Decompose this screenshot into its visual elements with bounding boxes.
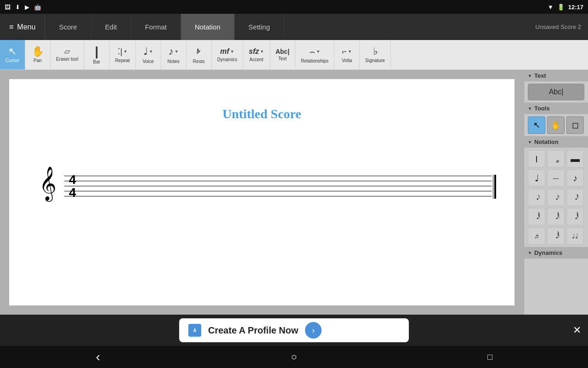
notes-tool-btn[interactable]: ♪ ▼ Notes	[161, 40, 187, 69]
cursor-panel-btn[interactable]: ↖	[528, 116, 545, 134]
volta-dropdown-arrow: ▼	[348, 49, 352, 54]
voice-icon: ♩	[143, 46, 148, 58]
tab-score[interactable]: Score	[45, 14, 91, 40]
status-bar-right: ▼ 🔋 12:17	[548, 4, 583, 11]
staff-lines	[64, 176, 492, 201]
pan-tool-btn[interactable]: ✋ Pan	[25, 40, 51, 69]
document-title: Unsaved Score 2	[535, 14, 588, 40]
notes-icon: ♪	[169, 46, 174, 58]
voice-icon-row: ♩ ▼	[143, 46, 153, 58]
n4-btn[interactable]: 𝅘𝅥𝅲	[528, 208, 545, 225]
text-section-header[interactable]: ▼ Text	[524, 70, 588, 81]
relationships-dropdown-arrow: ▼	[316, 49, 320, 54]
tools-grid: ↖ ✋ ◻	[524, 114, 588, 136]
repeat-tool-btn[interactable]: ⁚| ▼ Repeat	[109, 40, 136, 69]
tab-setting[interactable]: Setting	[235, 14, 284, 40]
repeat-label: Repeat	[115, 58, 130, 63]
bar-tool-btn[interactable]: | Bar	[84, 40, 109, 69]
whole-note-btn[interactable]: |	[528, 150, 545, 167]
pan-icon: ✋	[32, 46, 44, 57]
accent-tool-btn[interactable]: sfz ▼ Accent	[243, 40, 270, 69]
eraser-icon: ▱	[64, 48, 70, 55]
volta-icon: ⌐	[342, 47, 347, 57]
cursor-icon: ↖	[8, 46, 17, 57]
ad-action-button[interactable]: ›	[305, 322, 322, 339]
score-title: Untitled Score	[9, 107, 514, 121]
whole-rest-btn[interactable]: ▬	[566, 150, 584, 167]
text-label: Text	[278, 56, 287, 61]
wifi-icon: ▼	[548, 4, 554, 11]
bar-end-line	[494, 175, 496, 199]
score-canvas[interactable]: Untitled Score 𝄞 4 4	[0, 70, 524, 315]
notation-section-chevron: ▼	[528, 140, 532, 144]
rests-label: Rests	[193, 59, 205, 64]
gallery-icon: 🖼	[5, 4, 11, 11]
dynamics-tool-btn[interactable]: mf ▼ Dynamics	[212, 40, 243, 69]
text-insert-button[interactable]: Abc|	[528, 84, 584, 100]
notes-label: Notes	[168, 59, 180, 64]
n6-btn[interactable]: 𝅘𝅥𝅲	[566, 208, 584, 225]
n8-btn[interactable]: 𝅘𝅥𝅲	[547, 227, 565, 245]
eraser-label: Eraser tool	[56, 57, 78, 62]
dynamics-section-chevron: ▼	[528, 251, 532, 255]
dynamics-section-header[interactable]: ▼ Dynamics	[524, 247, 588, 259]
menu-button[interactable]: ≡ Menu	[0, 14, 45, 40]
eraser-panel-btn[interactable]: ◻	[566, 116, 584, 134]
menu-label: Menu	[17, 23, 35, 31]
accent-dropdown-arrow: ▼	[260, 49, 264, 54]
battery-icon: 🔋	[557, 4, 565, 11]
voice-tool-btn[interactable]: ♩ ▼ Voice	[136, 40, 161, 69]
android-icon: 🤖	[34, 4, 41, 11]
bar-icon: |	[95, 45, 98, 58]
tools-section-header[interactable]: ▼ Tools	[524, 103, 588, 114]
tab-edit[interactable]: Edit	[91, 14, 131, 40]
download-icon: ⬇	[15, 4, 20, 11]
notation-section-header[interactable]: ▼ Notation	[524, 136, 588, 148]
signature-icon: ♭	[373, 46, 378, 57]
rests-tool-btn[interactable]: 𝄽 ▼ Rests	[187, 40, 212, 69]
android-back-button[interactable]: ‹	[89, 348, 107, 366]
ad-close-button[interactable]: ✕	[573, 324, 581, 336]
android-recent-button[interactable]: □	[481, 348, 499, 366]
rests-dropdown-arrow: ▼	[197, 49, 201, 54]
notes-dropdown-arrow: ▼	[175, 49, 179, 54]
half-note-btn[interactable]: 𝅗	[547, 150, 565, 167]
bar-label: Bar	[93, 59, 101, 64]
eraser-tool-btn[interactable]: ▱ Eraser tool	[51, 40, 84, 69]
treble-clef: 𝄞	[39, 169, 57, 198]
n3-btn[interactable]: 𝅘𝅥𝅰	[566, 189, 584, 206]
dynamics-section-label: Dynamics	[534, 249, 562, 256]
hamburger-icon: ≡	[9, 23, 13, 31]
staff-line-1	[64, 176, 492, 176]
tab-format[interactable]: Format	[131, 14, 181, 40]
volta-tool-btn[interactable]: ⌐ ▼ Volta	[334, 40, 360, 69]
relationships-tool-btn[interactable]: ⌢ ▼ Relationships	[295, 40, 334, 69]
cursor-tool-btn[interactable]: ↖ Cursor	[0, 40, 25, 69]
text-section-chevron: ▼	[528, 74, 532, 78]
ad-banner: A Create A Profile Now › ✕	[0, 315, 588, 346]
tab-notation[interactable]: Notation	[181, 14, 235, 40]
staff-area: 𝄞 4 4	[37, 171, 496, 208]
n5-btn[interactable]: 𝅘𝅥𝅲	[547, 208, 565, 225]
half-rest-btn[interactable]: —	[547, 169, 565, 187]
n1-btn[interactable]: 𝅘𝅥𝅮	[528, 189, 545, 206]
signature-label: Signature	[365, 58, 385, 63]
android-home-button[interactable]: ○	[285, 348, 303, 366]
cursor-label: Cursor	[6, 58, 19, 63]
pan-panel-btn[interactable]: ✋	[547, 116, 565, 134]
n7-btn[interactable]: ♬	[528, 227, 545, 245]
dynamics-label: Dynamics	[217, 57, 237, 62]
score-page: Untitled Score 𝄞 4 4	[9, 79, 514, 305]
notation-grid: | 𝅗 ▬ ♩ — ♪ 𝅘𝅥𝅮 𝅘𝅥𝅯 𝅘𝅥𝅰 𝅘𝅥𝅲 𝅘𝅥𝅲 𝅘𝅥𝅲 ♬ 𝅘𝅥…	[524, 148, 588, 247]
ad-content: A Create A Profile Now ›	[179, 318, 409, 342]
text-tool-btn[interactable]: Abc| Text	[270, 40, 295, 69]
eighth-note-btn[interactable]: ♪	[566, 169, 584, 187]
volta-label: Volta	[342, 58, 352, 63]
clock: 12:17	[568, 4, 583, 11]
signature-tool-btn[interactable]: ♭ Signature	[360, 40, 391, 69]
n2-btn[interactable]: 𝅘𝅥𝅯	[547, 189, 565, 206]
status-bar-left: 🖼 ⬇ ▶ 🤖	[5, 4, 41, 11]
tools-section-chevron: ▼	[528, 106, 532, 111]
n9-btn[interactable]: ♩♩	[566, 227, 584, 245]
quarter-note-btn[interactable]: ♩	[528, 169, 545, 187]
